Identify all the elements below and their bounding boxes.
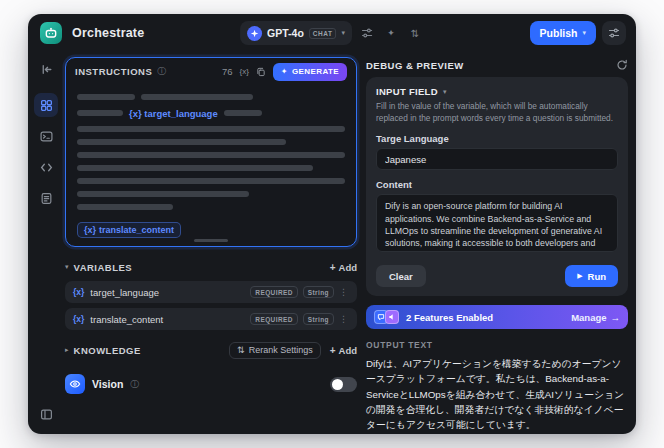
add-variable-button[interactable]: + Add	[330, 262, 357, 273]
insert-variable-icon[interactable]: {x}	[239, 67, 248, 76]
required-badge: REQUIRED	[250, 286, 298, 298]
content-label: Content	[376, 179, 618, 190]
prompt-body[interactable]: {x} target_language	[66, 85, 356, 247]
page-title: Orchestrate	[72, 26, 144, 40]
vision-feature-row: Vision ⓘ	[65, 372, 357, 396]
target-language-input[interactable]	[376, 148, 618, 170]
chevron-down-icon: ▾	[443, 88, 447, 96]
output-title: OUTPUT TEXT	[366, 340, 628, 350]
input-field-title: INPUT FIELD	[376, 86, 438, 97]
robot-icon	[44, 26, 58, 40]
input-field-header[interactable]: INPUT FIELD ▾	[376, 86, 618, 97]
required-badge: REQUIRED	[250, 313, 298, 325]
char-count: 76	[222, 66, 233, 77]
instructions-title: INSTRUCTIONS	[75, 66, 152, 77]
back-arrow-icon[interactable]	[34, 57, 58, 81]
title-bar: Orchestrate GPT-4o CHAT ▾ ✦ ⇅	[28, 14, 636, 52]
panel-layout-icon[interactable]	[34, 402, 58, 426]
run-controls: Clear ▶ Run	[376, 265, 618, 287]
publish-button[interactable]: Publish ▾	[530, 21, 596, 45]
prompt-magic-button[interactable]: ✦	[382, 24, 400, 42]
model-swap-button[interactable]: ⇅	[406, 24, 424, 42]
input-field-card: INPUT FIELD ▾ Fill in the value of the v…	[366, 77, 628, 296]
row-menu-icon[interactable]: ⋮	[339, 287, 349, 297]
input-field-description: Fill in the value of the variable, which…	[376, 101, 618, 124]
prompt-variable-row: {x} target_language	[77, 107, 345, 119]
model-selector[interactable]: GPT-4o CHAT ▾	[240, 21, 352, 45]
run-button[interactable]: ▶ Run	[565, 265, 618, 287]
manage-features-link[interactable]: Manage →	[571, 312, 620, 323]
rerank-icon: ⇅	[237, 345, 245, 355]
variable-row[interactable]: {x} target_language REQUIRED String ⋮	[65, 281, 357, 303]
instructions-toolbar: 76 {x} ✦ GENERATE	[222, 63, 347, 81]
output-section: OUTPUT TEXT Difyは、AIアプリケーションを構築するためのオープン…	[366, 340, 628, 434]
knowledge-header[interactable]: ▸ KNOWLEDGE ⇅ Rerank Settings + Add	[65, 341, 357, 359]
app-logo-icon[interactable]	[40, 22, 62, 44]
clear-button[interactable]: Clear	[376, 265, 426, 287]
features-enabled-bar[interactable]: 2 Features Enabled Manage →	[366, 305, 628, 329]
feature-speech-icon	[385, 310, 399, 324]
knowledge-title: KNOWLEDGE	[74, 345, 141, 356]
prompt-skeleton-row	[77, 191, 345, 197]
sparkle-icon: ✦	[281, 67, 288, 76]
variable-icon: {x}	[73, 314, 84, 324]
rerank-settings-button[interactable]: ⇅ Rerank Settings	[229, 342, 321, 359]
app-settings-button[interactable]	[602, 21, 626, 45]
nav-orchestrate-icon[interactable]	[34, 93, 58, 117]
type-badge: String	[303, 286, 334, 298]
generate-label: GENERATE	[292, 67, 339, 76]
chevron-down-icon: ▾	[582, 29, 586, 37]
desktop-background: Orchestrate GPT-4o CHAT ▾ ✦ ⇅	[0, 0, 664, 448]
variables-header[interactable]: ▾ VARIABLES + Add	[65, 258, 357, 276]
add-knowledge-button[interactable]: + Add	[330, 345, 357, 356]
row-menu-icon[interactable]: ⋮	[339, 314, 349, 324]
app-window: Orchestrate GPT-4o CHAT ▾ ✦ ⇅	[28, 14, 636, 434]
main-body: INSTRUCTIONS ⓘ 76 {x}	[28, 52, 636, 434]
model-name: GPT-4o	[267, 27, 304, 39]
model-selector-group: GPT-4o CHAT ▾ ✦ ⇅	[240, 21, 424, 45]
generate-button[interactable]: ✦ GENERATE	[273, 63, 347, 81]
vision-label: Vision	[92, 378, 123, 390]
prompt-skeleton-row	[77, 165, 345, 171]
debug-header: DEBUG & PREVIEW	[366, 59, 628, 71]
orchestrate-column: INSTRUCTIONS ⓘ 76 {x}	[65, 57, 357, 424]
nav-terminal-icon[interactable]	[34, 124, 58, 148]
block-variable-token[interactable]: {x} translate_content	[77, 222, 181, 238]
prompt-skeleton-row	[77, 126, 345, 132]
model-provider-icon	[247, 26, 262, 41]
debug-preview-column: DEBUG & PREVIEW INPUT FIELD ▾ Fill in	[366, 57, 628, 424]
play-icon: ▶	[577, 272, 582, 280]
model-params-button[interactable]	[358, 24, 376, 42]
chevron-down-icon: ▾	[341, 29, 345, 37]
target-language-label: Targe Language	[376, 133, 618, 144]
resize-handle[interactable]	[194, 239, 228, 242]
variable-row[interactable]: {x} translate_content REQUIRED String ⋮	[65, 308, 357, 330]
chevron-down-icon: ▾	[65, 263, 69, 271]
instructions-editor[interactable]: INSTRUCTIONS ⓘ 76 {x}	[65, 57, 357, 247]
title-bar-actions: Publish ▾	[530, 21, 626, 45]
arrow-right-icon: →	[611, 312, 621, 323]
prompt-skeleton-row	[77, 94, 345, 100]
instructions-header: INSTRUCTIONS ⓘ 76 {x}	[66, 58, 356, 85]
left-nav-sidebar	[28, 52, 64, 434]
nav-api-icon[interactable]	[34, 155, 58, 179]
chevron-right-icon: ▸	[65, 346, 69, 354]
prompt-skeleton-row	[77, 152, 345, 158]
info-icon: ⓘ	[157, 65, 166, 78]
vision-eye-icon	[65, 374, 85, 394]
plus-icon: +	[330, 345, 336, 356]
variables-title: VARIABLES	[74, 262, 133, 273]
content-area: INSTRUCTIONS ⓘ 76 {x}	[64, 52, 636, 434]
nav-logs-icon[interactable]	[34, 186, 58, 210]
debug-title: DEBUG & PREVIEW	[366, 60, 464, 71]
variable-icon: {x}	[73, 287, 84, 297]
prompt-skeleton-row	[77, 204, 345, 210]
info-icon: ⓘ	[130, 378, 139, 391]
copy-icon[interactable]	[256, 67, 266, 77]
type-badge: String	[303, 313, 334, 325]
plus-icon: +	[330, 262, 336, 273]
vision-toggle[interactable]	[330, 377, 357, 392]
restart-icon[interactable]	[616, 59, 628, 71]
content-textarea[interactable]: Dify is an open-source platform for buil…	[376, 194, 618, 252]
inline-variable-token[interactable]: {x} target_language	[129, 108, 218, 119]
